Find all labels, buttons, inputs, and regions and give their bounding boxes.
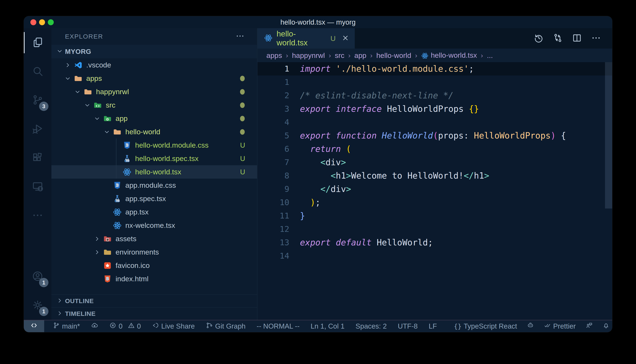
code-line[interactable]: 9 </div> bbox=[258, 182, 612, 196]
code-line[interactable]: 11} bbox=[258, 209, 612, 222]
tab-git-status-badge: U bbox=[330, 34, 336, 43]
double-check-icon bbox=[544, 322, 551, 331]
git-modified-dot bbox=[240, 76, 245, 81]
code-editor[interactable]: 1import './hello-world.module.css';12/* … bbox=[258, 62, 612, 320]
maximize-window-button[interactable] bbox=[48, 19, 54, 25]
activity-remote-explorer[interactable] bbox=[24, 172, 51, 201]
explorer-more-actions-button[interactable] bbox=[235, 32, 245, 42]
open-changes-button[interactable] bbox=[553, 33, 563, 44]
timeline-history-button[interactable] bbox=[534, 33, 544, 44]
cursor-position[interactable]: Ln 1, Col 1 bbox=[311, 322, 345, 330]
activity-more[interactable] bbox=[24, 201, 51, 230]
feedback-button[interactable] bbox=[585, 322, 593, 331]
language-mode[interactable]: {}TypeScript React bbox=[454, 322, 517, 330]
git-branch-status[interactable]: main* bbox=[53, 322, 80, 331]
code-line[interactable]: 12 bbox=[258, 222, 612, 236]
activity-accounts[interactable]: 1 bbox=[24, 262, 51, 291]
breadcrumb-item[interactable]: ... bbox=[487, 51, 493, 60]
tree-item-nx-welcome-tsx[interactable]: nx-welcome.tsx bbox=[51, 219, 257, 232]
tab-bar: hello-world.tsx U bbox=[258, 28, 612, 48]
minimize-window-button[interactable] bbox=[39, 19, 45, 25]
code-line[interactable]: 3export interface HelloWorldProps {} bbox=[258, 102, 612, 116]
tree-item-app-spec-tsx[interactable]: TSapp.spec.tsx bbox=[51, 192, 257, 205]
tab-label: hello-world.tsx bbox=[277, 30, 326, 47]
breadcrumb-separator: › bbox=[415, 52, 417, 60]
extensions-icon bbox=[32, 152, 44, 164]
vscode-icon bbox=[74, 60, 83, 70]
activity-source-control[interactable]: 3 bbox=[24, 86, 51, 115]
tree-item-hello-world[interactable]: hello-world bbox=[51, 125, 257, 138]
formatter-status[interactable]: Prettier bbox=[544, 322, 576, 331]
code-line[interactable]: 1 bbox=[258, 76, 612, 89]
tree-item-label: nx-welcome.tsx bbox=[125, 221, 175, 230]
activity-explorer[interactable] bbox=[24, 28, 51, 57]
line-number: 3 bbox=[258, 102, 300, 116]
tree-item-environments[interactable]: environments bbox=[51, 246, 257, 259]
close-window-button[interactable] bbox=[30, 19, 36, 25]
breadcrumb-item[interactable]: app bbox=[354, 51, 366, 60]
activity-search[interactable] bbox=[24, 57, 51, 86]
activity-run-debug[interactable] bbox=[24, 115, 51, 144]
eol-setting[interactable]: LF bbox=[429, 322, 437, 330]
code-line[interactable]: 1import './hello-world.module.css'; bbox=[258, 62, 612, 76]
tree-item-hello-world-tsx[interactable]: hello-world.tsxU bbox=[51, 165, 257, 178]
code-line[interactable]: 6 return ( bbox=[258, 142, 612, 156]
code-line[interactable]: 10 ); bbox=[258, 196, 612, 209]
tree-item-index-html[interactable]: 5index.html bbox=[51, 272, 257, 286]
tree-item-src[interactable]: src bbox=[51, 98, 257, 112]
breadcrumb-item[interactable]: happynrwl bbox=[292, 51, 325, 60]
live-share-button[interactable]: Live Share bbox=[152, 322, 195, 331]
activity-bar: 3 1 1 bbox=[24, 28, 51, 320]
workspace-section-header[interactable]: MYORG bbox=[51, 45, 257, 58]
tree-item-favicon-ico[interactable]: favicon.ico bbox=[51, 259, 257, 272]
editor-scrollbar[interactable] bbox=[605, 62, 612, 208]
warning-icon bbox=[128, 322, 135, 331]
code-line[interactable]: 7 <div> bbox=[258, 156, 612, 169]
code-line[interactable]: 5export function HelloWorld(props: Hello… bbox=[258, 129, 612, 142]
tree-item--vscode[interactable]: .vscode bbox=[51, 58, 257, 72]
copilot-status[interactable] bbox=[527, 322, 534, 331]
explorer-title: EXPLORER bbox=[65, 33, 235, 40]
tab-hello-world-tsx[interactable]: hello-world.tsx U bbox=[258, 28, 355, 48]
tree-item-hello-world-module-css[interactable]: 3hello-world.module.cssU bbox=[51, 138, 257, 152]
problems-status[interactable]: 0 0 bbox=[109, 322, 141, 331]
line-number: 13 bbox=[258, 236, 300, 249]
feedback-icon bbox=[585, 322, 593, 331]
tree-item-assets[interactable]: assets bbox=[51, 232, 257, 246]
breadcrumb-item[interactable]: hello-world bbox=[376, 51, 411, 60]
tree-item-app-tsx[interactable]: app.tsx bbox=[51, 205, 257, 219]
code-line[interactable]: 2/* eslint-disable-next-line */ bbox=[258, 89, 612, 102]
notifications-button[interactable] bbox=[602, 322, 610, 331]
code-line[interactable]: 8 <h1>Welcome to HelloWorld!</h1> bbox=[258, 169, 612, 182]
close-tab-button[interactable] bbox=[342, 34, 349, 43]
breadcrumb-item[interactable]: apps bbox=[266, 51, 282, 60]
tree-item-happynrwl[interactable]: happynrwl bbox=[51, 85, 257, 98]
outline-section-header[interactable]: OUTLINE bbox=[51, 294, 257, 307]
split-editor-button[interactable] bbox=[572, 33, 582, 44]
breadcrumb-separator: › bbox=[481, 52, 483, 60]
source-control-badge: 3 bbox=[39, 102, 49, 111]
activity-extensions[interactable] bbox=[24, 144, 51, 172]
tree-item-app[interactable]: app bbox=[51, 112, 257, 125]
explorer-sidebar: EXPLORER MYORG .vscodeappshappynrwlsrcap… bbox=[51, 28, 258, 320]
editor-more-actions-button[interactable] bbox=[591, 33, 601, 44]
file-tree: .vscodeappshappynrwlsrcapphello-world3he… bbox=[51, 58, 257, 286]
remote-indicator[interactable] bbox=[24, 320, 44, 332]
code-line[interactable]: 13export default HelloWorld; bbox=[258, 236, 612, 249]
code-line[interactable]: 14 bbox=[258, 249, 612, 262]
indentation-setting[interactable]: Spaces: 2 bbox=[356, 322, 387, 330]
timeline-section-header[interactable]: TIMELINE bbox=[51, 307, 257, 320]
git-graph-button[interactable]: Git Graph bbox=[206, 322, 246, 331]
activity-settings[interactable]: 1 bbox=[24, 291, 51, 320]
git-modified-dot bbox=[240, 116, 245, 121]
breadcrumb-item[interactable]: src bbox=[335, 51, 344, 60]
tree-item-apps[interactable]: apps bbox=[51, 72, 257, 85]
encoding-setting[interactable]: UTF-8 bbox=[398, 322, 418, 330]
tree-item-hello-world-spec-tsx[interactable]: TShello-world.spec.tsxU bbox=[51, 152, 257, 165]
code-line[interactable]: 4 bbox=[258, 116, 612, 129]
react-icon bbox=[113, 208, 122, 217]
publish-button[interactable] bbox=[91, 322, 98, 331]
breadcrumb-item[interactable]: hello-world.tsx bbox=[421, 51, 477, 60]
remote-icon bbox=[30, 321, 38, 331]
tree-item-app-module-css[interactable]: 3app.module.css bbox=[51, 178, 257, 192]
